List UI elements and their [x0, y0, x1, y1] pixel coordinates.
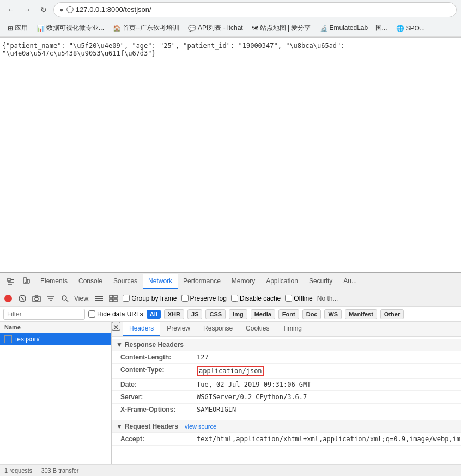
group-by-frame-checkbox[interactable]: Group by frame	[123, 295, 177, 302]
apps-icon: ⊞	[8, 25, 13, 32]
svg-rect-16	[95, 296, 103, 297]
filter-input[interactable]	[3, 309, 85, 320]
bookmark-map[interactable]: 🗺 站点地图 | 爱分享	[248, 22, 314, 34]
detail-tabs: ✕ Headers Preview Response Cookies Timin…	[112, 322, 461, 337]
tab-memory[interactable]: Memory	[226, 274, 260, 289]
bookmarks-bar: ⊞ 应用 📊 数据可视化微专业... 🏠 首页--广东软考培训 💬 API列表 …	[0, 20, 461, 37]
lock-icon: ●	[59, 6, 63, 14]
header-x-frame-options: X-Frame-Options: SAMEORIGIN	[112, 404, 461, 416]
tab-application[interactable]: Application	[260, 274, 304, 289]
file-icon	[4, 335, 12, 343]
camera-button[interactable]	[32, 294, 41, 303]
filter-media-btn[interactable]: Media	[251, 309, 275, 319]
search-button[interactable]	[60, 294, 70, 303]
svg-rect-18	[95, 300, 103, 301]
bookmark-api[interactable]: 💬 API列表 - itchat	[185, 22, 246, 34]
request-headers-header[interactable]: ▼ Request Headers view source	[112, 420, 461, 433]
svg-rect-21	[110, 299, 113, 302]
bookmark-apps[interactable]: ⊞ 应用	[4, 22, 31, 34]
detail-tab-cookies[interactable]: Cookies	[239, 322, 276, 336]
json-text: {"patient_name": "\u5f20\u4e09", "age": …	[2, 42, 345, 57]
tab-sources[interactable]: Sources	[108, 274, 143, 289]
emulated-icon: 🔬	[320, 25, 328, 32]
svg-rect-17	[95, 298, 103, 299]
record-button[interactable]	[3, 294, 13, 303]
tab-performance[interactable]: Performance	[178, 274, 226, 289]
response-headers-header[interactable]: ▼ Response Headers	[112, 339, 461, 351]
filter-css-btn[interactable]: CSS	[205, 309, 226, 319]
devtools-device-icon[interactable]	[20, 275, 33, 288]
tab-security[interactable]: Security	[304, 274, 338, 289]
view-label: View:	[74, 295, 90, 302]
bookmark-spot[interactable]: 🌐 SPO...	[393, 23, 428, 33]
filter-xhr-btn[interactable]: XHR	[164, 309, 184, 319]
svg-point-10	[35, 297, 38, 301]
api-icon: 💬	[188, 25, 196, 32]
tab-network[interactable]: Network	[143, 274, 178, 289]
detail-tab-response[interactable]: Response	[197, 322, 239, 336]
request-headers-view-source[interactable]: view source	[185, 423, 216, 430]
detail-panel: ✕ Headers Preview Response Cookies Timin…	[112, 322, 461, 464]
refresh-button[interactable]: ↻	[37, 3, 50, 16]
hide-data-urls-checkbox[interactable]: Hide data URLs	[88, 310, 143, 318]
network-list: Name testjson/	[0, 322, 112, 464]
request-collapse-arrow-icon: ▼	[116, 423, 123, 430]
detail-tab-headers[interactable]: Headers	[123, 322, 160, 336]
collapse-arrow-icon: ▼	[116, 341, 123, 349]
tab-elements[interactable]: Elements	[35, 274, 73, 289]
filter-ws-btn[interactable]: WS	[324, 309, 342, 319]
bookmark-emulated[interactable]: 🔬 EmulatedLab – 国...	[317, 22, 391, 34]
detail-tab-timing[interactable]: Timing	[276, 322, 308, 336]
network-list-header: Name	[0, 322, 111, 333]
detail-tab-preview[interactable]: Preview	[160, 322, 197, 336]
requests-count: 1 requests	[4, 467, 32, 474]
bookmark-viz[interactable]: 📊 数据可视化微专业...	[33, 22, 107, 34]
header-content-type: Content-Type: application/json	[112, 364, 461, 379]
throttle-label: No th...	[317, 295, 338, 302]
clear-button[interactable]	[17, 294, 27, 303]
filter-other-btn[interactable]: Other	[380, 309, 404, 319]
viz-icon: 📊	[37, 25, 45, 32]
filter-manifest-btn[interactable]: Manifest	[345, 309, 377, 319]
home-icon: 🏠	[113, 25, 121, 32]
back-button[interactable]: ←	[4, 3, 17, 16]
tab-console[interactable]: Console	[73, 274, 108, 289]
close-detail-button[interactable]: ✕	[112, 322, 120, 331]
filter-font-btn[interactable]: Font	[278, 309, 299, 319]
filter-doc-btn[interactable]: Doc	[302, 309, 322, 319]
map-icon: 🗺	[252, 25, 258, 32]
filter-img-btn[interactable]: Img	[229, 309, 247, 319]
view-list-icon[interactable]	[94, 294, 104, 303]
spot-icon: 🌐	[396, 25, 404, 32]
svg-rect-19	[110, 295, 113, 298]
view-grid-icon[interactable]	[108, 294, 118, 303]
devtools-inspect-icon[interactable]	[4, 275, 17, 288]
network-toolbar: View: Group by frame Preserve log	[0, 290, 461, 307]
svg-rect-20	[114, 295, 117, 298]
bookmark-home[interactable]: 🏠 首页--广东软考培训	[110, 22, 183, 34]
offline-checkbox[interactable]: Offline	[285, 295, 312, 302]
network-item-testjson[interactable]: testjson/	[0, 333, 111, 345]
network-content: Name testjson/ ✕ Headers Preview Respons…	[0, 322, 461, 464]
forward-button[interactable]: →	[21, 3, 34, 16]
tab-audits[interactable]: Au...	[338, 274, 362, 289]
preserve-log-checkbox[interactable]: Preserve log	[181, 295, 227, 302]
url-text: ⓘ 127.0.0.1:8000/testjson/	[66, 5, 151, 15]
devtools-tabs-bar: Elements Console Sources Network Perform…	[0, 273, 461, 290]
status-bar: 1 requests 303 B transfer	[0, 464, 461, 476]
svg-line-15	[66, 300, 68, 302]
filter-js-btn[interactable]: JS	[187, 309, 202, 319]
svg-rect-5	[27, 279, 29, 283]
filter-toggle-button[interactable]	[46, 294, 56, 303]
svg-rect-22	[114, 299, 117, 302]
header-accept: Accept: text/html,application/xhtml+xml,…	[112, 433, 461, 446]
address-bar[interactable]: ● ⓘ 127.0.0.1:8000/testjson/	[53, 2, 457, 17]
response-headers-section: ▼ Response Headers Content-Length: 127 C…	[112, 337, 461, 418]
devtools-panel: Elements Console Sources Network Perform…	[0, 272, 461, 476]
disable-cache-checkbox[interactable]: Disable cache	[231, 295, 281, 302]
filter-bar: Hide data URLs All XHR JS CSS Img Media …	[0, 307, 461, 322]
filter-all-btn[interactable]: All	[147, 310, 161, 319]
transfer-size: 303 B transfer	[41, 467, 78, 474]
header-content-length: Content-Length: 127	[112, 351, 461, 364]
svg-line-8	[21, 297, 24, 300]
